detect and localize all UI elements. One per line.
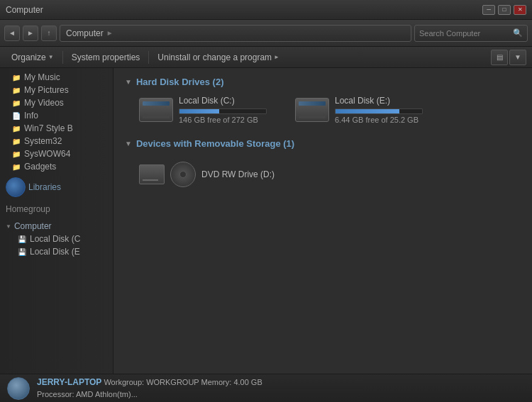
- sidebar: 📁 My Music 📁 My Pictures 📁 My Videos 📄 I…: [0, 68, 113, 374]
- drive-c-name: Local Disk (C:): [179, 96, 267, 106]
- folder-icon: 📁: [11, 123, 21, 133]
- drive-e-icon-area: Local Disk (E:) 6.44 GB free of 25.2 GB: [295, 96, 423, 124]
- hard-drives-title: Hard Disk Drives (2): [136, 77, 224, 87]
- up-icon: ↑: [48, 29, 51, 37]
- dvd-drive-name: DVD RW Drive (D:): [201, 169, 275, 179]
- hdd-c-icon: [139, 98, 173, 122]
- hdd-e-icon: [295, 98, 329, 122]
- system-properties-button[interactable]: System properties: [66, 50, 146, 65]
- memory-text: Memory: 4.00 GB: [201, 378, 262, 386]
- minimize-button[interactable]: ─: [482, 5, 495, 15]
- computer-name: JERRY-LAPTOP: [37, 377, 101, 387]
- drive-e-info: Local Disk (E:) 6.44 GB free of 25.2 GB: [335, 96, 423, 124]
- content-pane: ▼ Hard Disk Drives (2) Local Disk (C:) 1…: [113, 68, 532, 374]
- folder-icon: 📁: [11, 98, 21, 108]
- view-dropdown-icon: ▼: [514, 53, 521, 61]
- status-bar: JERRY-LAPTOP Workgroup: WORKGROUP Memory…: [0, 374, 532, 402]
- toolbar-separator-2: [148, 51, 149, 64]
- sidebar-section-libraries[interactable]: Libraries: [0, 173, 113, 199]
- hdd-small-icon: 💾: [17, 234, 27, 244]
- navigation-bar: ◄ ► ↑ Computer ► Search Computer 🔍: [0, 20, 532, 47]
- sidebar-item-info[interactable]: 📄 Info: [0, 109, 113, 122]
- drive-c-bar-fill: [179, 109, 219, 113]
- back-icon: ◄: [9, 29, 16, 37]
- sidebar-item-gadgets[interactable]: 📁 Gadgets: [0, 160, 113, 173]
- drive-c-info: Local Disk (C:) 146 GB free of 272 GB: [179, 96, 267, 124]
- view-dropdown-button[interactable]: ▼: [509, 50, 526, 65]
- drive-e-free: 6.44 GB free of 25.2 GB: [335, 116, 423, 124]
- forward-button[interactable]: ►: [23, 26, 38, 41]
- dvd-disc-icon: [170, 162, 196, 187]
- drive-c-free: 146 GB free of 272 GB: [179, 116, 267, 124]
- folder-icon: 📁: [11, 85, 21, 95]
- view-toggle-button[interactable]: ▤: [491, 50, 508, 65]
- up-button[interactable]: ↑: [41, 26, 57, 41]
- drive-e-name: Local Disk (E:): [335, 96, 423, 106]
- toolbar: Organize ▼ System properties Uninstall o…: [0, 47, 532, 68]
- hdd-small-icon-e: 💾: [17, 247, 27, 257]
- dvd-drive-item[interactable]: DVD RW Drive (D:): [125, 157, 521, 187]
- search-placeholder: Search Computer: [419, 29, 510, 38]
- breadcrumb[interactable]: Computer ►: [60, 25, 411, 42]
- window-title: Computer: [6, 5, 482, 15]
- sidebar-item-my-music[interactable]: 📁 My Music: [0, 71, 113, 84]
- search-icon: 🔍: [513, 28, 523, 38]
- folder-icon: 📁: [11, 72, 21, 82]
- removable-section-header[interactable]: ▼ Devices with Removable Storage (1): [125, 138, 521, 149]
- libraries-icon: [6, 177, 26, 197]
- sidebar-local-disk-c[interactable]: 💾 Local Disk (C: [0, 233, 113, 245]
- folder-icon: 📁: [11, 162, 21, 172]
- drives-grid: Local Disk (C:) 146 GB free of 272 GB Lo…: [125, 96, 521, 124]
- hard-drives-expand-icon: ▼: [125, 78, 132, 86]
- user-avatar: [7, 377, 30, 400]
- sidebar-item-my-videos[interactable]: 📁 My Videos: [0, 96, 113, 109]
- breadcrumb-arrow-icon: ►: [106, 29, 113, 37]
- window-controls: ─ □ ✕: [482, 5, 526, 15]
- toolbar-separator-1: [62, 51, 63, 64]
- back-button[interactable]: ◄: [4, 26, 20, 41]
- uninstall-button[interactable]: Uninstall or change a program ►: [152, 50, 285, 65]
- status-text: JERRY-LAPTOP Workgroup: WORKGROUP Memory…: [37, 376, 262, 401]
- drive-c-icon-area: Local Disk (C:) 146 GB free of 272 GB: [139, 96, 267, 124]
- folder-icon: 📁: [11, 149, 21, 159]
- sidebar-item-win7-style[interactable]: 📁 Win7 Style B: [0, 122, 113, 135]
- organize-dropdown-icon: ▼: [48, 54, 54, 60]
- maximize-button[interactable]: □: [498, 5, 511, 15]
- removable-title: Devices with Removable Storage (1): [136, 138, 294, 149]
- organize-button[interactable]: Organize ▼: [6, 50, 60, 65]
- folder-icon: 📄: [11, 111, 21, 121]
- workgroup-value: Workgroup: WORKGROUP: [104, 378, 199, 386]
- sidebar-item-system32[interactable]: 📁 System32: [0, 135, 113, 147]
- drive-e-item[interactable]: Local Disk (E:) 6.44 GB free of 25.2 GB: [295, 96, 423, 124]
- drive-e-bar-fill: [336, 109, 399, 113]
- forward-icon: ►: [27, 29, 34, 37]
- status-line-2: Processor: AMD Athlon(tm)...: [37, 389, 262, 401]
- folder-icon: 📁: [11, 136, 21, 146]
- drive-c-bar-bg: [179, 108, 267, 114]
- hard-drives-section-header[interactable]: ▼ Hard Disk Drives (2): [125, 77, 521, 87]
- drive-e-bar-bg: [335, 108, 423, 114]
- drive-c-item[interactable]: Local Disk (C:) 146 GB free of 272 GB: [139, 96, 267, 124]
- toolbar-right: ▤ ▼: [491, 50, 526, 65]
- sidebar-item-my-pictures[interactable]: 📁 My Pictures: [0, 84, 113, 96]
- search-bar[interactable]: Search Computer 🔍: [414, 25, 528, 42]
- sidebar-local-disk-e[interactable]: 💾 Local Disk (E: [0, 245, 113, 258]
- main-area: 📁 My Music 📁 My Pictures 📁 My Videos 📄 I…: [0, 68, 532, 374]
- breadcrumb-text: Computer: [66, 28, 104, 38]
- processor-text: Processor: AMD Athlon(tm)...: [37, 390, 138, 398]
- removable-section: ▼ Devices with Removable Storage (1) DVD…: [125, 138, 521, 187]
- removable-expand-icon: ▼: [125, 140, 132, 147]
- status-line-1: JERRY-LAPTOP Workgroup: WORKGROUP Memory…: [37, 376, 262, 389]
- dvd-drive-icon: [139, 164, 165, 184]
- sidebar-computer[interactable]: ▼ Computer: [0, 216, 113, 233]
- uninstall-more-icon: ►: [274, 54, 279, 60]
- sidebar-item-syswow64[interactable]: 📁 SysWOW64: [0, 147, 113, 160]
- close-button[interactable]: ✕: [514, 5, 526, 15]
- title-bar: Computer ─ □ ✕: [0, 0, 532, 20]
- sidebar-homegroup[interactable]: Homegroup: [0, 199, 113, 216]
- computer-expand-icon: ▼: [6, 223, 11, 230]
